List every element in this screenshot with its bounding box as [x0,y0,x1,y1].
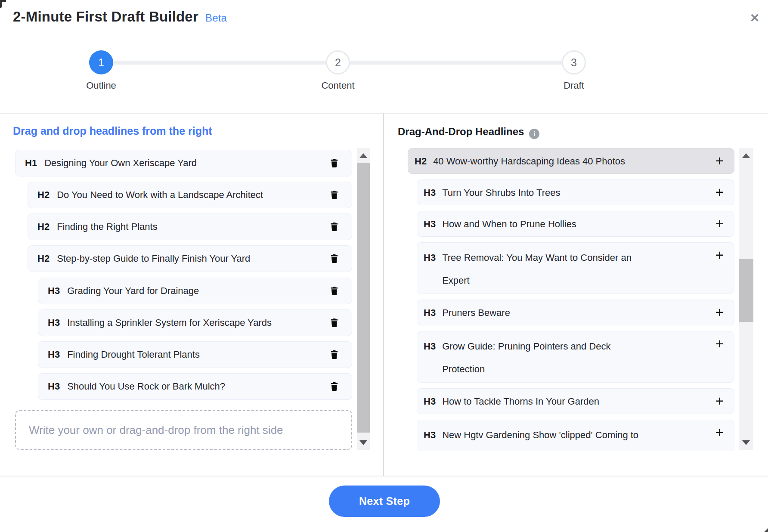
plus-icon[interactable]: + [715,248,724,262]
page-title: 2-Minute First Draft BuilderBeta [13,9,227,25]
heading-level-badge: H3 [48,349,60,360]
step-3-label: Draft [526,80,621,91]
heading-level-badge: H3 [424,246,436,269]
plus-icon[interactable]: + [715,217,724,231]
trash-icon[interactable] [330,318,339,328]
suggestion-item[interactable]: H240 Wow-worthy Hardscaping Ideas 40 Pho… [408,148,734,174]
headline-text: 40 Wow-worthy Hardscaping Ideas 40 Photo… [433,155,625,168]
headline-text: Should You Use Rock or Bark Mulch? [67,381,225,392]
close-icon[interactable]: ✕ [746,9,763,27]
backdrop-corner [0,0,6,2]
headline-text: Do You Need to Work with a Landscape Arc… [57,189,263,201]
info-icon[interactable]: i [529,129,539,139]
suggestion-item[interactable]: H3Grow Guide: Pruning Pointers and Deck … [417,331,734,383]
heading-level-badge: H1 [25,158,37,169]
scroll-up-icon[interactable] [739,148,753,163]
suggestions-list: H240 Wow-worthy Hardscaping Ideas 40 Pho… [387,146,739,451]
scroll-down-icon[interactable] [739,435,753,450]
plus-icon[interactable]: + [715,426,724,439]
step-1-label: Outline [54,80,149,91]
outline-item[interactable]: H2Do You Need to Work with a Landscape A… [28,182,352,208]
step-2-label: Content [291,80,385,91]
backdrop-corner [764,528,768,532]
suggestion-item[interactable]: H3Turn Your Shrubs Into Trees+ [417,179,734,205]
heading-level-badge: H3 [48,381,60,392]
headline-text: Grading Your Yard for Drainage [67,285,199,297]
plus-icon[interactable]: + [715,337,724,351]
heading-level-badge: H3 [424,186,436,200]
heading-level-badge: H3 [48,285,60,297]
headline-text: How and When to Prune Hollies [442,217,576,231]
footer-divider [0,476,768,476]
trash-icon[interactable] [330,222,339,232]
headline-text: Step-by-step Guide to Finally Finish You… [57,253,250,264]
headline-text: Turn Your Shrubs Into Trees [442,186,560,200]
scrollbar-thumb[interactable] [739,259,753,322]
outline-item[interactable]: H2Step-by-step Guide to Finally Finish Y… [28,245,352,272]
heading-level-badge: H3 [424,395,436,408]
step-2-circle: 2 [326,50,350,74]
outline-item[interactable]: H3Should You Use Rock or Bark Mulch? [38,373,352,400]
headline-text: How to Tackle Thorns In Your Garden [442,395,599,408]
suggestion-item[interactable]: H3Tree Removal: You May Want to Consider… [417,242,734,294]
heading-level-badge: H2 [37,221,50,232]
headline-text: Finding the Right Plants [57,221,158,232]
trash-icon[interactable] [330,350,339,360]
step-1-circle: 1 [89,50,113,74]
outline-item[interactable]: H3Installing a Sprinkler System for Xeri… [38,309,352,336]
plus-icon[interactable]: + [715,186,724,199]
outline-item[interactable]: H1Designing Your Own Xeriscape Yard [15,150,352,176]
plus-icon[interactable]: + [715,394,724,408]
header-divider [0,113,768,114]
heading-level-badge: H3 [424,335,436,358]
draft-builder-modal: 2-Minute First Draft BuilderBeta ✕ 1 Out… [0,0,768,532]
suggestion-item[interactable]: H3How to Tackle Thorns In Your Garden+ [417,388,734,414]
outline-panel-heading: Drag and drop headlines from the right [13,125,212,137]
headline-text: Installing a Sprinkler System for Xerisc… [67,317,272,328]
plus-icon[interactable]: + [715,306,724,319]
outline-scrollbar[interactable] [357,148,370,450]
next-step-button[interactable]: Next Step [329,486,440,517]
heading-level-badge: H2 [415,155,427,168]
headline-text: Designing Your Own Xeriscape Yard [44,158,197,169]
beta-badge: Beta [205,12,227,24]
heading-level-badge: H3 [424,306,436,320]
scrollbar-thumb[interactable] [357,163,370,433]
heading-level-badge: H3 [48,317,60,328]
scroll-up-icon[interactable] [357,148,370,163]
panel-divider [383,113,384,476]
trash-icon[interactable] [330,158,339,168]
step-3-circle: 3 [562,50,586,74]
outline-item[interactable]: H3Finding Drought Tolerant Plants [38,341,352,368]
headline-text: Finding Drought Tolerant Plants [67,349,200,360]
headline-text: Tree Removal: You May Want to Consider a… [442,246,655,292]
outline-item[interactable]: H2Finding the Right Plants [28,213,352,240]
suggestion-item[interactable]: H3New Hgtv Gardening Show 'clipped' Comi… [417,420,734,451]
step-draft[interactable]: 3 Draft [526,50,621,91]
trash-icon[interactable] [330,254,339,264]
heading-level-badge: H2 [37,253,50,264]
scroll-down-icon[interactable] [357,435,370,450]
plus-icon[interactable]: + [715,154,724,168]
headline-text: Pruners Beware [442,306,510,320]
heading-level-badge: H3 [424,217,436,231]
suggestion-item[interactable]: H3Pruners Beware+ [417,300,734,325]
trash-icon[interactable] [330,190,339,200]
suggestions-scrollbar[interactable] [739,148,753,450]
step-content[interactable]: 2 Content [291,50,385,91]
outline-item[interactable]: H3Grading Your Yard for Drainage [38,278,352,304]
headline-text: Grow Guide: Pruning Pointers and Deck Pr… [442,335,655,380]
suggestions-panel-heading: Drag-And-Drop Headlinesi [398,126,539,138]
trash-icon[interactable] [330,286,339,296]
trash-icon[interactable] [330,382,339,392]
custom-headline-input[interactable] [15,410,352,450]
headline-text: New Hgtv Gardening Show 'clipped' Coming… [442,424,638,446]
suggestion-item[interactable]: H3How and When to Prune Hollies+ [417,211,734,237]
step-outline[interactable]: 1 Outline [54,50,149,91]
heading-level-badge: H2 [37,189,50,201]
heading-level-badge: H3 [424,424,436,446]
